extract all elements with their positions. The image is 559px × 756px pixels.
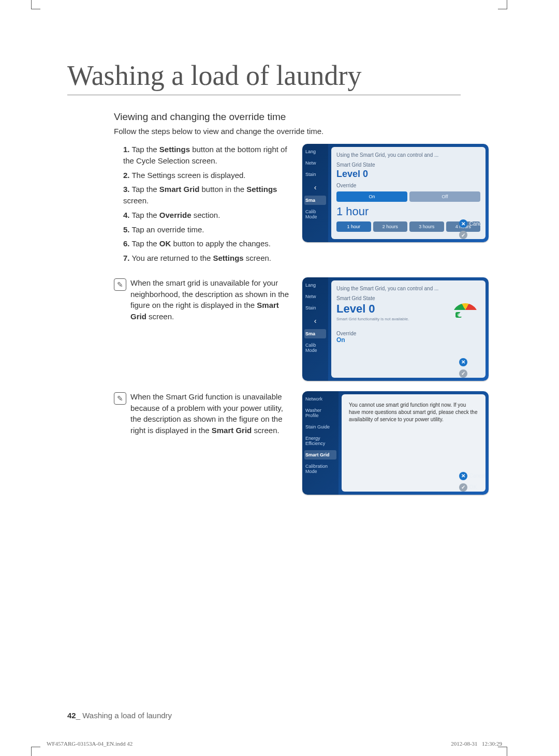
step-5: 5. Tap an override time. <box>123 224 290 235</box>
page-number: 42 <box>67 711 76 720</box>
note-1: When the smart grid is unavailable for y… <box>130 277 290 322</box>
step-4: 4. Tap the Override section. <box>123 210 290 221</box>
footer-section: Washing a load of laundry <box>82 711 172 720</box>
figure-grid-unavailable-area: Lang Netw Stain ‹ Sma Calib Mode Using t… <box>302 277 489 381</box>
hour-3[interactable]: 3 hours <box>409 221 444 232</box>
crop-mark <box>31 0 40 9</box>
cancel-button[interactable]: ✕Cancel <box>459 219 486 228</box>
note-2: When the Smart Grid function is unavaila… <box>130 391 290 436</box>
override-state: On <box>336 336 480 344</box>
crop-mark <box>31 747 40 756</box>
ok-button[interactable]: ✓OK <box>459 231 486 239</box>
page-footer: 42_ Washing a load of laundry <box>67 711 172 720</box>
selected-hour: 1 hour <box>336 205 480 218</box>
override-on[interactable]: On <box>336 191 407 202</box>
hour-2[interactable]: 2 hours <box>373 221 408 232</box>
doc-meta-datetime: 2012-08-31 12:30:29 <box>451 740 502 747</box>
check-icon: ✓ <box>459 369 467 378</box>
smart-grid-level: Level 0 <box>336 169 480 180</box>
chevron-left-icon: ‹ <box>304 181 326 194</box>
content-area: Viewing and changing the override time F… <box>114 111 507 505</box>
override-off[interactable]: Off <box>409 191 480 202</box>
step-1: 1. Tap the Settings button at the bottom… <box>123 144 290 167</box>
section-heading: Viewing and changing the override time <box>114 111 507 123</box>
ok-button[interactable]: ✓OK <box>459 483 486 492</box>
step-6: 6. Tap the OK button to apply the change… <box>123 238 290 249</box>
figure-override-time: Lang Netw Stain ‹ Sma Calib Mode Using t… <box>302 144 489 242</box>
cancel-button[interactable]: ✕Cancel <box>459 358 486 366</box>
steps-list: 1. Tap the Settings button at the bottom… <box>114 144 290 264</box>
cancel-button[interactable]: ✕Cancel <box>459 472 486 480</box>
section-intro: Follow the steps below to view and chang… <box>114 127 507 136</box>
doc-meta-file: WF457ARG-03153A-04_EN.indd 42 <box>47 740 133 747</box>
figure-grid-unavailable-utility: Network Washer Profile Stain Guide Energ… <box>302 391 489 495</box>
hour-1[interactable]: 1 hour <box>336 221 371 232</box>
step-2: 2. The Settings screen is displayed. <box>123 170 290 181</box>
fig-sidebar: Lang Netw Stain ‹ Sma Calib Mode <box>302 144 328 242</box>
close-icon: ✕ <box>459 358 467 366</box>
step-7: 7. You are returned to the Settings scre… <box>123 253 290 264</box>
fig-sidebar: Network Washer Profile Stain Guide Energ… <box>302 391 339 495</box>
fig-sidebar: Lang Netw Stain ‹ Sma Calib Mode <box>302 277 328 381</box>
close-icon: ✕ <box>459 472 467 480</box>
ok-button[interactable]: ✓OK <box>459 369 486 378</box>
check-icon: ✓ <box>459 231 467 239</box>
step-3: 3. Tap the Smart Grid button in the Sett… <box>123 184 290 206</box>
check-icon: ✓ <box>459 483 467 492</box>
close-icon: ✕ <box>459 219 467 228</box>
crop-mark <box>498 0 507 9</box>
chevron-left-icon: ‹ <box>304 315 326 327</box>
note-icon: ✎ <box>114 392 126 405</box>
crop-mark <box>498 747 507 756</box>
note-icon: ✎ <box>114 278 126 291</box>
override-toggle: On Off <box>336 191 480 202</box>
page-title: Washing a load of laundry <box>67 60 461 95</box>
